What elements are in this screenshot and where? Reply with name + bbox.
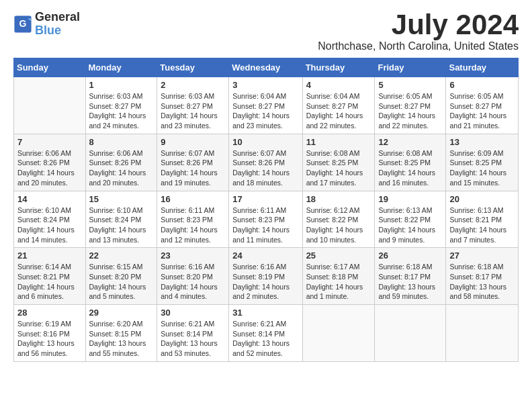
- day-info: Sunrise: 6:04 AMSunset: 8:27 PMDaylight:…: [232, 91, 298, 131]
- header-day-tuesday: Tuesday: [157, 58, 229, 77]
- calendar-cell: 26Sunrise: 6:18 AMSunset: 8:17 PMDayligh…: [375, 248, 446, 305]
- calendar-cell: [302, 305, 375, 362]
- day-info: Sunrise: 6:10 AMSunset: 8:24 PMDaylight:…: [17, 205, 82, 245]
- header-day-wednesday: Wednesday: [229, 58, 302, 77]
- calendar-cell: [375, 305, 446, 362]
- calendar-cell: 28Sunrise: 6:19 AMSunset: 8:16 PMDayligh…: [14, 305, 86, 362]
- day-info: Sunrise: 6:11 AMSunset: 8:23 PMDaylight:…: [232, 205, 298, 245]
- day-number: 3: [232, 80, 298, 90]
- day-info: Sunrise: 6:18 AMSunset: 8:17 PMDaylight:…: [378, 262, 442, 302]
- day-info: Sunrise: 6:16 AMSunset: 8:20 PMDaylight:…: [161, 262, 225, 302]
- day-number: 6: [449, 80, 515, 90]
- day-number: 17: [232, 194, 298, 204]
- calendar-cell: 11Sunrise: 6:08 AMSunset: 8:25 PMDayligh…: [302, 134, 375, 191]
- calendar-cell: 1Sunrise: 6:03 AMSunset: 8:27 PMDaylight…: [85, 77, 157, 134]
- calendar-subtitle: Northchase, North Carolina, United State…: [318, 40, 519, 52]
- header-day-saturday: Saturday: [446, 58, 519, 77]
- day-number: 13: [449, 137, 515, 147]
- calendar-cell: 9Sunrise: 6:07 AMSunset: 8:26 PMDaylight…: [157, 134, 229, 191]
- week-row-1: 1Sunrise: 6:03 AMSunset: 8:27 PMDaylight…: [14, 77, 519, 134]
- calendar-body: 1Sunrise: 6:03 AMSunset: 8:27 PMDaylight…: [14, 77, 519, 362]
- calendar-cell: 31Sunrise: 6:21 AMSunset: 8:14 PMDayligh…: [229, 305, 302, 362]
- calendar-cell: 6Sunrise: 6:05 AMSunset: 8:27 PMDaylight…: [446, 77, 519, 134]
- logo-icon: G: [13, 15, 32, 34]
- calendar-cell: 27Sunrise: 6:18 AMSunset: 8:17 PMDayligh…: [446, 248, 519, 305]
- week-row-3: 14Sunrise: 6:10 AMSunset: 8:24 PMDayligh…: [14, 191, 519, 248]
- day-number: 9: [161, 137, 225, 147]
- day-info: Sunrise: 6:21 AMSunset: 8:14 PMDaylight:…: [232, 319, 298, 359]
- calendar-cell: [446, 305, 519, 362]
- header-row: SundayMondayTuesdayWednesdayThursdayFrid…: [14, 58, 519, 77]
- day-info: Sunrise: 6:10 AMSunset: 8:24 PMDaylight:…: [89, 205, 154, 245]
- day-info: Sunrise: 6:08 AMSunset: 8:25 PMDaylight:…: [378, 148, 442, 188]
- calendar-cell: 23Sunrise: 6:16 AMSunset: 8:20 PMDayligh…: [157, 248, 229, 305]
- header-day-friday: Friday: [375, 58, 446, 77]
- day-number: 25: [306, 250, 371, 261]
- day-number: 16: [161, 194, 225, 204]
- week-row-2: 7Sunrise: 6:06 AMSunset: 8:26 PMDaylight…: [14, 134, 519, 191]
- day-info: Sunrise: 6:03 AMSunset: 8:27 PMDaylight:…: [89, 91, 154, 131]
- calendar-cell: 21Sunrise: 6:14 AMSunset: 8:21 PMDayligh…: [14, 248, 86, 305]
- day-number: 11: [306, 137, 371, 147]
- calendar-cell: 15Sunrise: 6:10 AMSunset: 8:24 PMDayligh…: [85, 191, 157, 248]
- day-number: 27: [449, 250, 515, 261]
- svg-text:G: G: [19, 18, 27, 29]
- day-info: Sunrise: 6:07 AMSunset: 8:26 PMDaylight:…: [161, 148, 225, 188]
- day-number: 4: [306, 80, 371, 90]
- day-info: Sunrise: 6:18 AMSunset: 8:17 PMDaylight:…: [449, 262, 515, 302]
- calendar-cell: 29Sunrise: 6:20 AMSunset: 8:15 PMDayligh…: [85, 305, 157, 362]
- day-info: Sunrise: 6:21 AMSunset: 8:14 PMDaylight:…: [161, 319, 225, 359]
- day-number: 7: [17, 137, 82, 147]
- calendar-cell: 25Sunrise: 6:17 AMSunset: 8:18 PMDayligh…: [302, 248, 375, 305]
- day-info: Sunrise: 6:03 AMSunset: 8:27 PMDaylight:…: [161, 91, 225, 131]
- day-number: 22: [89, 250, 154, 261]
- day-info: Sunrise: 6:08 AMSunset: 8:25 PMDaylight:…: [306, 148, 371, 188]
- day-number: 29: [89, 308, 154, 318]
- calendar-table: SundayMondayTuesdayWednesdayThursdayFrid…: [13, 58, 519, 362]
- calendar-cell: 20Sunrise: 6:13 AMSunset: 8:21 PMDayligh…: [446, 191, 519, 248]
- day-info: Sunrise: 6:04 AMSunset: 8:27 PMDaylight:…: [306, 91, 371, 131]
- calendar-cell: 30Sunrise: 6:21 AMSunset: 8:14 PMDayligh…: [157, 305, 229, 362]
- day-info: Sunrise: 6:07 AMSunset: 8:26 PMDaylight:…: [232, 148, 298, 188]
- day-info: Sunrise: 6:20 AMSunset: 8:15 PMDaylight:…: [89, 319, 154, 359]
- day-number: 12: [378, 137, 442, 147]
- day-number: 18: [306, 194, 371, 204]
- calendar-title: July 2024: [318, 11, 519, 39]
- day-number: 26: [378, 250, 442, 261]
- calendar-cell: 24Sunrise: 6:16 AMSunset: 8:19 PMDayligh…: [229, 248, 302, 305]
- header-day-sunday: Sunday: [14, 58, 86, 77]
- calendar-cell: [14, 77, 86, 134]
- day-info: Sunrise: 6:06 AMSunset: 8:26 PMDaylight:…: [17, 148, 82, 188]
- day-info: Sunrise: 6:09 AMSunset: 8:25 PMDaylight:…: [449, 148, 515, 188]
- calendar-cell: 13Sunrise: 6:09 AMSunset: 8:25 PMDayligh…: [446, 134, 519, 191]
- logo: G General Blue: [13, 11, 80, 38]
- header-day-thursday: Thursday: [302, 58, 375, 77]
- calendar-header: SundayMondayTuesdayWednesdayThursdayFrid…: [14, 58, 519, 77]
- day-number: 30: [161, 308, 225, 318]
- calendar-cell: 12Sunrise: 6:08 AMSunset: 8:25 PMDayligh…: [375, 134, 446, 191]
- day-info: Sunrise: 6:06 AMSunset: 8:26 PMDaylight:…: [89, 148, 154, 188]
- header-day-monday: Monday: [85, 58, 157, 77]
- day-number: 20: [449, 194, 515, 204]
- day-number: 19: [378, 194, 442, 204]
- calendar-cell: 7Sunrise: 6:06 AMSunset: 8:26 PMDaylight…: [14, 134, 86, 191]
- header: G General Blue July 2024 Northchase, Nor…: [13, 11, 519, 52]
- calendar-cell: 8Sunrise: 6:06 AMSunset: 8:26 PMDaylight…: [85, 134, 157, 191]
- day-info: Sunrise: 6:05 AMSunset: 8:27 PMDaylight:…: [378, 91, 442, 131]
- day-info: Sunrise: 6:13 AMSunset: 8:22 PMDaylight:…: [378, 205, 442, 245]
- day-info: Sunrise: 6:14 AMSunset: 8:21 PMDaylight:…: [17, 262, 82, 302]
- week-row-4: 21Sunrise: 6:14 AMSunset: 8:21 PMDayligh…: [14, 248, 519, 305]
- day-number: 23: [161, 250, 225, 261]
- calendar-cell: 4Sunrise: 6:04 AMSunset: 8:27 PMDaylight…: [302, 77, 375, 134]
- title-area: July 2024 Northchase, North Carolina, Un…: [318, 11, 519, 52]
- day-info: Sunrise: 6:13 AMSunset: 8:21 PMDaylight:…: [449, 205, 515, 245]
- day-number: 2: [161, 80, 225, 90]
- day-info: Sunrise: 6:05 AMSunset: 8:27 PMDaylight:…: [449, 91, 515, 131]
- day-info: Sunrise: 6:19 AMSunset: 8:16 PMDaylight:…: [17, 319, 82, 359]
- week-row-5: 28Sunrise: 6:19 AMSunset: 8:16 PMDayligh…: [14, 305, 519, 362]
- day-info: Sunrise: 6:16 AMSunset: 8:19 PMDaylight:…: [232, 262, 298, 302]
- day-number: 8: [89, 137, 154, 147]
- day-number: 10: [232, 137, 298, 147]
- calendar-cell: 14Sunrise: 6:10 AMSunset: 8:24 PMDayligh…: [14, 191, 86, 248]
- day-number: 14: [17, 194, 82, 204]
